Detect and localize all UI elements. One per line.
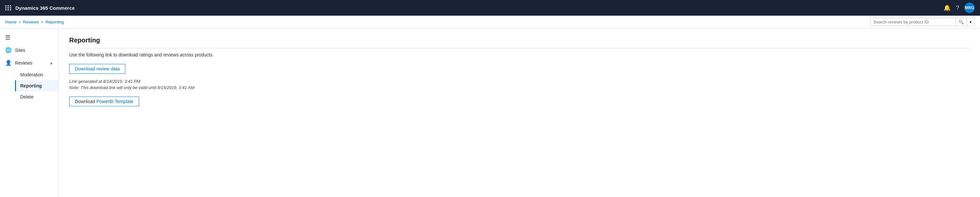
- search-area: 🔍 ▾: [870, 18, 975, 26]
- sidebar-item-sites[interactable]: 🌐 Sites: [0, 44, 59, 56]
- sidebar-label-sites: Sites: [15, 48, 25, 53]
- main-content: Reporting Use the following link to down…: [59, 29, 980, 197]
- app-title: Dynamics 365 Commerce: [15, 5, 75, 11]
- sidebar-label-reporting: Reporting: [20, 83, 42, 88]
- link-info-block: Link generated at 8/14/2019, 3:41 PM Not…: [69, 79, 970, 90]
- top-bar-right: 🔔 ? MRG: [943, 3, 975, 13]
- user-icon: 👤: [5, 60, 12, 66]
- top-bar-left: Dynamics 365 Commerce: [5, 5, 75, 11]
- sidebar-sub-menu: Moderation Reporting Delete: [0, 69, 59, 102]
- avatar[interactable]: MRG: [964, 3, 975, 13]
- powerbi-prefix: Download: [75, 99, 95, 104]
- sidebar: ☰ 🌐 Sites 👤 Reviews ▲ Moderation Reporti…: [0, 29, 59, 197]
- sidebar-item-delete[interactable]: Delete: [15, 91, 59, 102]
- sidebar-label-reviews: Reviews: [15, 60, 32, 65]
- search-dropdown-button[interactable]: ▾: [967, 18, 974, 26]
- hamburger-button[interactable]: ☰: [0, 31, 59, 44]
- sub-header: Home > Reviews > Reporting 🔍 ▾: [0, 16, 980, 29]
- download-powerbi-button[interactable]: Download PowerBI Template: [69, 97, 139, 106]
- bell-icon[interactable]: 🔔: [943, 4, 951, 11]
- sidebar-item-reporting[interactable]: Reporting: [15, 80, 59, 91]
- link-info-line2: Note: This download link will only be va…: [69, 85, 970, 90]
- link-info-line1: Link generated at 8/14/2019, 3:41 PM: [69, 79, 970, 84]
- sidebar-label-moderation: Moderation: [20, 72, 43, 77]
- search-input[interactable]: [871, 18, 956, 26]
- description: Use the following link to download ratin…: [69, 52, 970, 57]
- top-bar: Dynamics 365 Commerce 🔔 ? MRG: [0, 0, 980, 16]
- breadcrumb-sep-2: >: [41, 19, 43, 24]
- download-review-button[interactable]: Download review data: [69, 64, 126, 74]
- waffle-icon[interactable]: [5, 5, 11, 10]
- breadcrumb-sep-1: >: [19, 19, 21, 24]
- breadcrumb: Home > Reviews > Reporting: [5, 19, 64, 24]
- sidebar-item-reviews[interactable]: 👤 Reviews ▲: [0, 56, 59, 69]
- powerbi-link[interactable]: PowerBI Template: [96, 99, 133, 104]
- search-button[interactable]: 🔍: [956, 18, 967, 26]
- sidebar-item-moderation[interactable]: Moderation: [15, 69, 59, 80]
- help-icon[interactable]: ?: [956, 5, 959, 11]
- sidebar-label-delete: Delete: [20, 94, 33, 100]
- breadcrumb-home[interactable]: Home: [5, 19, 17, 24]
- powerbi-button-wrapper: Download PowerBI Template: [69, 91, 970, 106]
- breadcrumb-reviews[interactable]: Reviews: [23, 19, 39, 24]
- breadcrumb-current: Reporting: [45, 19, 64, 24]
- page-title: Reporting: [69, 37, 970, 48]
- chevron-up-icon: ▲: [49, 61, 53, 65]
- layout: ☰ 🌐 Sites 👤 Reviews ▲ Moderation Reporti…: [0, 29, 980, 197]
- globe-icon: 🌐: [5, 47, 12, 53]
